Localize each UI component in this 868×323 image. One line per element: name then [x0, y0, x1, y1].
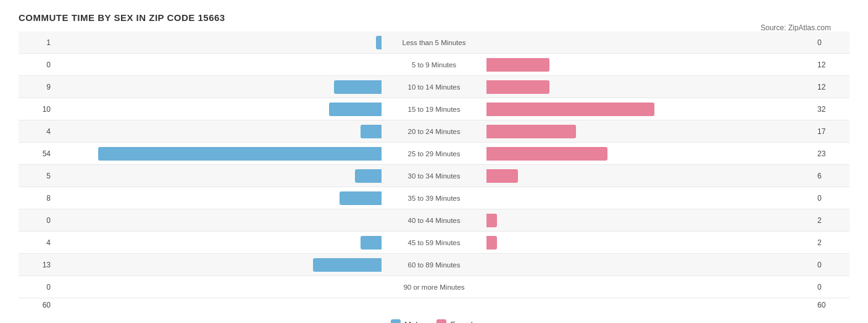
female-bar-side-4 [434, 120, 812, 142]
left-value-5: 54 [19, 149, 56, 158]
right-value-7: 0 [812, 194, 849, 203]
chart-area: 1 Less than 5 Minutes 0 0 5 to 9 Minutes… [19, 31, 849, 323]
dual-bar-9: 45 to 59 Minutes [56, 232, 812, 253]
row-label-4: 20 to 24 Minutes [407, 128, 460, 135]
row-label-6: 30 to 34 Minutes [407, 172, 460, 180]
left-value-2: 9 [19, 83, 56, 91]
dual-bar-4: 20 to 24 Minutes [56, 120, 812, 142]
male-bar-side-2 [56, 76, 434, 98]
table-row: 5 30 to 34 Minutes 6 [19, 165, 849, 187]
male-bar-5 [98, 147, 382, 161]
axis-labels: 60 60 [19, 298, 849, 312]
female-bar-2 [486, 80, 549, 94]
female-bar-side-3 [434, 98, 812, 120]
right-value-11: 0 [812, 283, 849, 292]
female-bar-4 [486, 125, 576, 138]
male-bar-6 [355, 169, 382, 183]
male-bar-7 [340, 191, 382, 205]
male-bar-side-0 [56, 31, 434, 53]
left-value-6: 5 [19, 172, 56, 180]
dual-bar-8: 40 to 44 Minutes [56, 209, 812, 231]
legend-female-label: Female [450, 320, 477, 324]
female-bar-side-5 [434, 143, 812, 164]
right-value-8: 2 [812, 216, 849, 225]
left-value-9: 4 [19, 238, 56, 247]
table-row: 13 60 to 89 Minutes 0 [19, 254, 849, 276]
male-bar-3 [329, 103, 382, 116]
female-bar-5 [486, 147, 607, 161]
female-bar-9 [486, 236, 497, 250]
male-bar-side-4 [56, 120, 434, 142]
female-bar-side-0 [434, 31, 812, 53]
left-value-3: 10 [19, 105, 56, 114]
left-value-10: 13 [19, 261, 56, 269]
table-row: 4 45 to 59 Minutes 2 [19, 232, 849, 254]
female-bar-8 [486, 214, 497, 227]
row-label-8: 40 to 44 Minutes [407, 217, 460, 224]
legend-female-box [436, 319, 446, 323]
right-value-2: 12 [812, 83, 849, 91]
row-label-1: 5 to 9 Minutes [412, 61, 456, 69]
dual-bar-7: 35 to 39 Minutes [56, 187, 812, 209]
chart-legend: Male Female [19, 319, 849, 323]
female-bar-side-10 [434, 254, 812, 275]
right-value-3: 32 [812, 105, 849, 114]
row-label-10: 60 to 89 Minutes [407, 261, 460, 269]
female-bar-side-11 [434, 276, 812, 298]
male-bar-side-5 [56, 143, 434, 164]
row-label-11: 90 or more Minutes [403, 283, 464, 291]
dual-bar-1: 5 to 9 Minutes [56, 54, 812, 75]
left-value-4: 4 [19, 127, 56, 136]
legend-female: Female [436, 319, 477, 323]
row-label-9: 45 to 59 Minutes [407, 239, 460, 246]
dual-bar-11: 90 or more Minutes [56, 276, 812, 298]
left-value-11: 0 [19, 283, 56, 292]
left-value-1: 0 [19, 61, 56, 69]
female-bar-side-6 [434, 165, 812, 187]
table-row: 1 Less than 5 Minutes 0 [19, 31, 849, 54]
axis-left-label: 60 [19, 301, 56, 309]
male-bar-side-1 [56, 54, 434, 75]
row-label-5: 25 to 29 Minutes [407, 150, 460, 157]
table-row: 8 35 to 39 Minutes 0 [19, 187, 849, 209]
right-value-4: 17 [812, 127, 849, 136]
male-bar-side-9 [56, 232, 434, 253]
dual-bar-6: 30 to 34 Minutes [56, 165, 812, 187]
row-label-7: 35 to 39 Minutes [407, 195, 460, 202]
row-label-2: 10 to 14 Minutes [407, 83, 460, 91]
male-bar-side-8 [56, 209, 434, 231]
left-value-8: 0 [19, 216, 56, 225]
male-bar-10 [313, 258, 382, 272]
female-bar-side-8 [434, 209, 812, 231]
dual-bar-5: 25 to 29 Minutes [56, 143, 812, 164]
table-row: 0 40 to 44 Minutes 2 [19, 209, 849, 232]
female-bar-3 [486, 103, 654, 116]
table-row: 9 10 to 14 Minutes 12 [19, 76, 849, 98]
table-row: 0 90 or more Minutes 0 [19, 276, 849, 298]
right-value-5: 23 [812, 149, 849, 158]
male-bar-9 [361, 236, 382, 250]
row-label-0: Less than 5 Minutes [403, 39, 466, 46]
male-bar-side-6 [56, 165, 434, 187]
right-value-10: 0 [812, 261, 849, 269]
dual-bar-0: Less than 5 Minutes [56, 31, 812, 53]
female-bar-side-9 [434, 232, 812, 253]
dual-bar-3: 15 to 19 Minutes [56, 98, 812, 120]
dual-bar-10: 60 to 89 Minutes [56, 254, 812, 275]
male-bar-side-7 [56, 187, 434, 209]
chart-title: COMMUTE TIME BY SEX IN ZIP CODE 15663 [19, 12, 849, 23]
axis-right-label: 60 [812, 301, 849, 309]
female-bar-side-7 [434, 187, 812, 209]
male-bar-side-3 [56, 98, 434, 120]
table-row: 10 15 to 19 Minutes 32 [19, 98, 849, 120]
male-bar-2 [334, 80, 382, 94]
right-value-6: 6 [812, 172, 849, 180]
male-bar-4 [361, 125, 382, 138]
table-row: 4 20 to 24 Minutes 17 [19, 120, 849, 143]
left-value-0: 1 [19, 38, 56, 47]
male-bar-side-11 [56, 276, 434, 298]
female-bar-1 [486, 58, 549, 72]
female-bar-6 [486, 169, 518, 183]
legend-male-label: Male [404, 320, 422, 324]
female-bar-side-2 [434, 76, 812, 98]
